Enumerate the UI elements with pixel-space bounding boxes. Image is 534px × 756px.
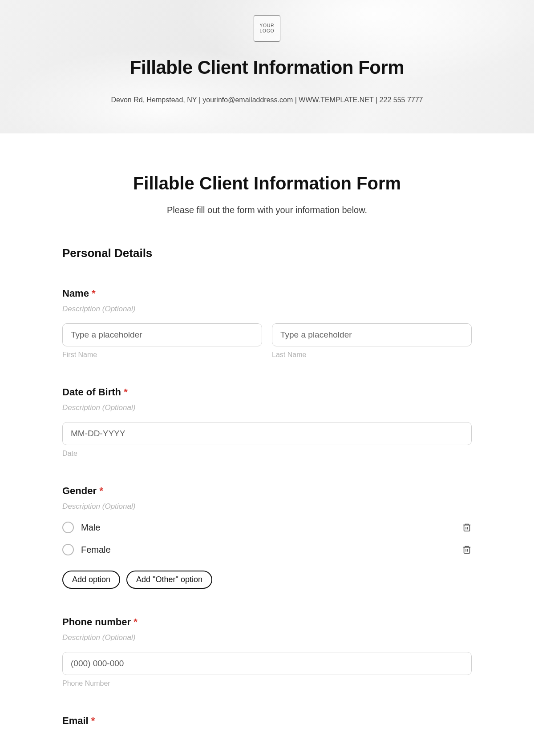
logo-placeholder: YOUR LOGO (254, 15, 280, 42)
first-name-sublabel: First Name (62, 351, 262, 359)
first-name-input[interactable] (62, 323, 262, 346)
trash-icon[interactable] (462, 522, 472, 533)
hero-title: Fillable Client Information Form (130, 57, 404, 78)
page-title: Fillable Client Information Form (62, 173, 472, 193)
phone-input[interactable] (62, 652, 472, 675)
required-mark: * (91, 715, 95, 726)
dob-label: Date of Birth * (62, 386, 472, 398)
section-personal-details: Personal Details (62, 246, 472, 260)
required-mark: * (124, 386, 128, 398)
gender-option-female-row: Female (62, 544, 472, 555)
field-dob: Date of Birth * Description (Optional) D… (62, 386, 472, 458)
hero-banner: YOUR LOGO Fillable Client Information Fo… (0, 0, 534, 133)
email-label-text: Email (62, 715, 89, 726)
gender-description[interactable]: Description (Optional) (62, 502, 472, 511)
trash-icon[interactable] (462, 544, 472, 555)
svg-rect-0 (464, 525, 470, 531)
page-subtitle: Please fill out the form with your infor… (62, 205, 472, 215)
hero-contact-line: Devon Rd, Hempstead, NY | yourinfo@email… (111, 96, 423, 104)
phone-label-text: Phone number (62, 616, 131, 627)
phone-sublabel: Phone Number (62, 680, 472, 688)
field-phone: Phone number * Description (Optional) Ph… (62, 616, 472, 688)
field-gender: Gender * Description (Optional) Male Fem… (62, 485, 472, 589)
field-email: Email * (62, 715, 472, 727)
gender-option-female-label: Female (81, 545, 111, 555)
dob-description[interactable]: Description (Optional) (62, 403, 472, 412)
gender-label: Gender * (62, 485, 472, 497)
add-other-option-button[interactable]: Add "Other" option (126, 571, 212, 589)
email-label: Email * (62, 715, 472, 727)
add-option-button[interactable]: Add option (62, 571, 120, 589)
required-mark: * (134, 616, 138, 627)
name-description[interactable]: Description (Optional) (62, 305, 472, 314)
field-name: Name * Description (Optional) First Name… (62, 288, 472, 359)
name-label: Name * (62, 288, 472, 299)
radio-male[interactable] (62, 522, 74, 533)
required-mark: * (99, 485, 103, 496)
logo-text: YOUR LOGO (260, 23, 275, 34)
phone-description[interactable]: Description (Optional) (62, 633, 472, 642)
gender-label-text: Gender (62, 485, 97, 496)
dob-input[interactable] (62, 422, 472, 445)
radio-female[interactable] (62, 544, 74, 555)
name-label-text: Name (62, 288, 89, 299)
required-mark: * (92, 288, 96, 299)
phone-label: Phone number * (62, 616, 472, 628)
gender-option-male-row: Male (62, 522, 472, 533)
svg-rect-1 (464, 547, 470, 554)
last-name-input[interactable] (272, 323, 472, 346)
dob-sublabel: Date (62, 450, 472, 458)
dob-label-text: Date of Birth (62, 386, 121, 398)
gender-option-male-label: Male (81, 523, 100, 533)
last-name-sublabel: Last Name (272, 351, 472, 359)
